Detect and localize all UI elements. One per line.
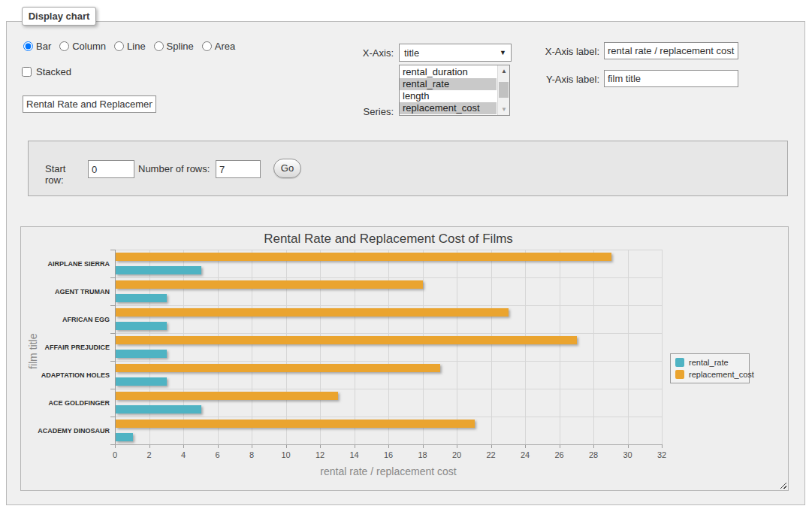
gridline [457,250,457,444]
scrollbar-up-icon[interactable]: ▲ [498,65,510,77]
chart-container: Rental Rate and Replacement Cost of Film… [20,226,789,491]
series-listbox-label: Series: [331,106,394,117]
scrollbar-thumb[interactable] [499,82,509,98]
number-of-rows-label: Number of rows: [138,163,212,174]
chart-type-radiogroup: BarColumnLineSplineArea [23,41,235,52]
chart-title-input[interactable] [23,95,156,113]
bar-rental_rate[interactable] [116,322,167,330]
display-chart-fieldset: Display chart BarColumnLineSplineArea St… [6,21,805,505]
legend-label: replacement_cost [689,370,754,379]
page: { "panel": { "legend_title": "Display ch… [0,0,812,512]
bar-replacement_cost[interactable] [116,308,509,317]
go-button[interactable]: Go [273,159,301,178]
bar-replacement_cost[interactable] [116,253,611,261]
gridline [388,250,389,444]
x-axis-select[interactable]: title ▼ [399,44,512,62]
bar-replacement_cost[interactable] [116,280,423,289]
x-tick-label: 32 [651,450,673,459]
x-tick-label: 12 [309,450,331,459]
gridline [286,250,287,444]
gridline [115,277,662,278]
start-row-input[interactable] [88,160,134,178]
radio-column[interactable] [59,41,69,51]
x-axis-select-label: X-Axis: [331,47,394,59]
x-tick-label: 26 [548,450,571,459]
bar-replacement_cost[interactable] [116,336,577,344]
gridline [320,250,321,444]
series-option-rental_duration[interactable]: rental_duration [400,66,497,78]
bar-rental_rate[interactable] [116,266,201,274]
y-axis-label-caption: Y-Axis label: [527,74,599,85]
radio-bar[interactable] [23,41,33,51]
x-axis-select-value: title [404,47,419,59]
category-label: ACADEMY DINOSAUR [21,427,110,435]
x-tick-label: 24 [514,450,536,459]
y-axis-label-input[interactable] [604,70,738,87]
radio-spline[interactable] [154,41,164,51]
x-axis-tick [662,444,663,448]
legend-swatch-icon [675,358,684,367]
listbox-scrollbar[interactable]: ▲ ▼ [497,65,509,115]
chevron-down-icon: ▼ [500,49,506,56]
x-tick-label: 18 [412,450,434,459]
chart-type-option-bar[interactable]: Bar [23,41,51,52]
chart-type-option-area[interactable]: Area [202,41,235,52]
x-axis-label-caption: X-Axis label: [527,46,599,57]
bar-rental_rate[interactable] [116,433,133,441]
stacked-checkbox-label: Stacked [36,66,71,77]
x-tick-label: 20 [445,450,468,459]
x-axis-title: rental rate / replacement cost [115,465,662,477]
series-option-rental_rate[interactable]: rental_rate [400,78,497,90]
chart-type-option-spline[interactable]: Spline [154,41,194,52]
category-label: AGENT TRUMAN [21,288,110,295]
gridline [115,305,662,306]
bar-rental_rate[interactable] [116,350,167,358]
x-tick-label: 22 [480,450,503,459]
bar-replacement_cost[interactable] [116,420,475,428]
series-listbox[interactable]: rental_durationrental_ratelengthreplacem… [399,65,510,116]
stacked-checkbox[interactable] [22,67,32,77]
x-tick-label: 28 [582,450,605,459]
number-of-rows-input[interactable] [216,160,261,178]
x-tick-label: 8 [240,450,263,459]
legend-item-rental_rate[interactable]: rental_rate [675,358,744,367]
bar-rental_rate[interactable] [116,377,167,386]
bar-rental_rate[interactable] [116,294,167,302]
series-option-length[interactable]: length [400,90,497,102]
bar-replacement_cost[interactable] [116,364,440,372]
legend-label: rental_rate [689,358,729,367]
gridline [115,333,662,334]
chart-type-option-line[interactable]: Line [114,41,146,52]
radio-line[interactable] [114,41,124,51]
radio-label: Bar [36,41,51,52]
y-axis-line [115,250,116,444]
stacked-checkbox-row[interactable]: Stacked [22,66,71,77]
category-label: ACE GOLDFINGER [21,399,110,407]
gridline [662,250,663,444]
x-tick-label: 30 [617,450,639,459]
fieldset-legend: Display chart [22,7,96,26]
gridline [183,250,184,444]
x-axis-line [115,444,662,445]
x-axis-label-input[interactable] [604,42,738,59]
legend-item-replacement_cost[interactable]: replacement_cost [675,370,744,379]
gridline [560,250,560,444]
radio-label: Spline [167,41,194,52]
chart-type-option-column[interactable]: Column [59,41,106,52]
gridline [149,250,150,444]
bar-replacement_cost[interactable] [116,392,338,400]
chart-legend: rental_ratereplacement_cost [670,353,750,383]
resize-handle-icon[interactable] [778,480,786,489]
gridline [115,361,662,362]
series-option-replacement_cost[interactable]: replacement_cost [400,102,497,114]
gridline [115,389,662,389]
start-row-label: Start row: [45,163,86,186]
gridline [355,250,355,444]
gridline [593,250,594,444]
x-tick-label: 14 [343,450,366,459]
radio-area[interactable] [202,41,212,51]
x-tick-label: 2 [138,450,161,459]
bar-rental_rate[interactable] [116,405,201,414]
scrollbar-down-icon[interactable]: ▼ [498,104,510,115]
x-tick-label: 0 [104,450,126,459]
